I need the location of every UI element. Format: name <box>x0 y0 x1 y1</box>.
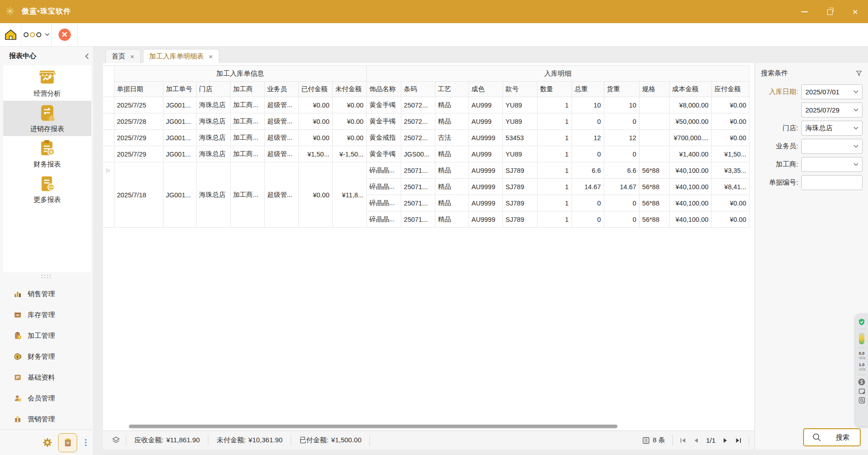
document-number-input[interactable] <box>801 175 863 190</box>
processor-select[interactable] <box>801 157 863 172</box>
column-header[interactable]: 货重 <box>604 82 639 97</box>
sidebar-item-finance-management[interactable]: 财务管理 <box>0 346 93 367</box>
restore-icon <box>827 10 833 15</box>
horizontal-scrollbar-thumb[interactable] <box>129 425 617 428</box>
inbound-date-to-select[interactable]: 2025/07/29 <box>801 103 863 117</box>
tab-home[interactable]: 首页 × <box>105 49 141 63</box>
column-header[interactable]: 款号 <box>503 82 537 97</box>
content-zone: 首页 × 加工入库单明细表 × <box>103 47 868 455</box>
row-expander[interactable]: ▷ <box>103 162 114 228</box>
inbound-date-from-select[interactable]: 2025/07/01 <box>801 84 863 99</box>
close-all-tabs-button[interactable]: ✕ <box>52 23 77 46</box>
table-row[interactable]: 2025/7/29JG001...海珠总店加工商...超级管...¥0.00¥0… <box>103 130 749 146</box>
previous-page-button[interactable] <box>694 438 698 443</box>
table-cell: 精品 <box>435 179 469 195</box>
sidebar-item-finance-reports[interactable]: ¥ 财务报表 <box>3 136 91 171</box>
table-cell: 1 <box>537 211 572 228</box>
table-row[interactable]: 2025/7/25JG001...海珠总店加工商...超级管...¥0.00¥0… <box>103 97 749 113</box>
table-cell: 0 <box>604 195 639 211</box>
column-header[interactable]: 单据日期 <box>114 82 163 97</box>
settings-button[interactable] <box>43 438 52 447</box>
next-page-button[interactable] <box>723 438 728 443</box>
sidebar-item-processing-management[interactable]: 加工管理 <box>0 325 93 346</box>
table-cell: ¥8,41... <box>711 179 749 195</box>
recent-windows-button[interactable] <box>21 23 51 46</box>
table-cell: 碎晶晶... <box>366 211 401 228</box>
tab-close-icon[interactable]: × <box>209 53 213 60</box>
column-header[interactable]: 已付金额 <box>298 82 332 97</box>
window-title: 傲蓝•珠宝软件 <box>22 7 71 16</box>
sidebar-item-inventory-reports[interactable]: 进销存报表 <box>3 101 91 136</box>
table-row[interactable]: ▷2025/7/18JG001...海珠总店加工商...超级管...¥0.00¥… <box>103 162 749 179</box>
table-row[interactable]: 2025/7/28JG001...海珠总店加工商...超级管...¥0.00¥0… <box>103 113 749 130</box>
sidebar-item-basic-data[interactable]: 基础资料 <box>0 367 93 388</box>
sidebar-item-business-analysis[interactable]: 经营分析 <box>3 65 91 101</box>
column-header[interactable]: 条码 <box>401 82 435 97</box>
salesperson-select[interactable] <box>801 139 863 154</box>
column-header[interactable]: 总重 <box>572 82 604 97</box>
tab-close-icon[interactable]: × <box>130 53 134 60</box>
column-header[interactable]: 工艺 <box>435 82 469 97</box>
screen-search-icon[interactable] <box>858 397 865 404</box>
table-cell: 加工商... <box>230 146 264 162</box>
battery-capsule-icon[interactable] <box>859 333 864 344</box>
minimize-button[interactable] <box>792 0 817 23</box>
toolbar-divider <box>77 24 78 46</box>
sidebar-item-stock-management[interactable]: 库存管理 <box>0 304 93 325</box>
header-gutter <box>103 66 114 97</box>
column-header[interactable]: 加工单号 <box>163 82 196 97</box>
record-count-label: 8 条 <box>653 436 666 445</box>
table-row[interactable]: 2025/7/29JG001...海珠总店加工商...超级管...¥1,50..… <box>103 146 749 162</box>
column-header[interactable]: 应付金额 <box>711 82 749 97</box>
sidebar-item-member-management[interactable]: 会员管理 <box>0 388 93 409</box>
table-cell: 1 <box>537 97 572 113</box>
security-shield-icon[interactable] <box>858 318 865 326</box>
table-cell: 加工商... <box>230 162 264 228</box>
filter-pin-button[interactable] <box>856 70 862 77</box>
input-method-icon[interactable] <box>858 378 865 386</box>
report-panel: 加工入库单信息 入库明细 单据日期 加工单号 门店 加工商 业务员 已付金额 未… <box>103 63 755 450</box>
table-cell: ¥1,50... <box>711 146 749 162</box>
layout-gap <box>103 450 868 455</box>
table-cell: YU89 <box>503 146 537 162</box>
chevron-down-icon <box>853 127 858 130</box>
search-button-label: 搜索 <box>836 433 849 442</box>
table-group-header-row: 加工入库单信息 入库明细 <box>103 66 749 82</box>
sidebar-item-sales-management[interactable]: 销售管理 <box>0 284 93 304</box>
status-divider <box>672 435 673 446</box>
sidebar-splitter-handle[interactable]: :::: <box>0 274 93 279</box>
screenshot-icon[interactable] <box>858 388 865 395</box>
more-options-button[interactable] <box>85 439 87 446</box>
column-header[interactable]: 成本金额 <box>669 82 711 97</box>
column-header[interactable]: 饰品名称 <box>366 82 401 97</box>
last-page-button[interactable] <box>735 438 741 443</box>
clipboard-clock-icon <box>14 332 22 340</box>
report-center-toggle-button[interactable] <box>58 433 77 452</box>
restore-button[interactable] <box>817 0 843 23</box>
store-select[interactable]: 海珠总店 <box>801 121 863 136</box>
sidebar-collapse-button[interactable] <box>85 53 89 59</box>
first-page-button[interactable] <box>680 438 686 443</box>
column-header[interactable]: 未付金额 <box>332 82 366 97</box>
column-header[interactable]: 门店 <box>196 82 230 97</box>
table-cell: 0 <box>604 211 639 228</box>
sidebar-item-label: 加工管理 <box>28 332 55 340</box>
sidebar-item-marketing-management[interactable]: 营销管理 <box>0 409 93 430</box>
table-cell: 黄金手镯 <box>366 146 401 162</box>
layers-icon[interactable] <box>112 436 120 444</box>
search-icon <box>812 433 821 442</box>
column-header[interactable]: 加工商 <box>230 82 264 97</box>
chevron-left-icon <box>85 53 89 59</box>
table-cell: ¥0.00 <box>332 113 366 130</box>
column-header[interactable]: 数量 <box>537 82 572 97</box>
search-button[interactable]: 搜索 <box>803 428 861 446</box>
sidebar-item-label: 经营分析 <box>34 89 61 98</box>
column-header[interactable]: 规格 <box>639 82 669 97</box>
home-button[interactable] <box>0 23 21 46</box>
sidebar-item-more-reports[interactable]: 更多报表 <box>3 171 91 207</box>
table-cell: 加工商... <box>230 97 264 113</box>
column-header[interactable]: 成色 <box>469 82 503 97</box>
tab-processing-inbound-detail[interactable]: 加工入库单明细表 × <box>143 49 219 63</box>
close-button[interactable]: × <box>843 0 868 23</box>
column-header[interactable]: 业务员 <box>264 82 298 97</box>
